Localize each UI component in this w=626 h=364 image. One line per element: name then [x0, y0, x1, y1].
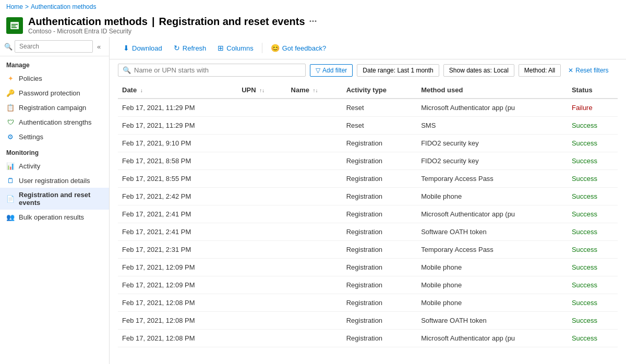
more-options-icon[interactable]: ··· — [309, 16, 317, 27]
table-row[interactable]: Feb 17, 2021, 12:09 PM Registration Mobi… — [118, 276, 618, 294]
manage-section-label: Manage — [0, 56, 109, 71]
sidebar-item-authentication-strengths[interactable]: 🛡 Authentication strengths — [0, 115, 109, 129]
table-row[interactable]: Feb 17, 2021, 12:08 PM Registration Mobi… — [118, 294, 618, 312]
cell-status: Success — [568, 188, 618, 205]
cell-date: Feb 17, 2021, 2:31 PM — [118, 241, 237, 259]
table-row[interactable]: Feb 17, 2021, 2:41 PM Registration Micro… — [118, 205, 618, 223]
sidebar-item-label: Registration and reset events — [19, 191, 103, 207]
breadcrumb-home[interactable]: Home — [6, 3, 23, 10]
collapse-icon[interactable]: « — [95, 41, 103, 53]
sidebar-item-label: Activity — [19, 162, 40, 170]
feedback-button[interactable]: 😊 Got feedback? — [266, 41, 332, 55]
col-date[interactable]: Date ↓ — [118, 81, 237, 99]
cell-name — [287, 188, 342, 205]
breadcrumb-separator: > — [25, 3, 29, 10]
cell-activity-type: Registration — [342, 170, 417, 188]
sidebar-item-label: Settings — [19, 133, 43, 141]
table-row[interactable]: Feb 17, 2021, 8:55 PM Registration Tempo… — [118, 170, 618, 188]
cell-name — [287, 117, 342, 135]
cell-name — [287, 152, 342, 170]
sidebar-item-settings[interactable]: ⚙ Settings — [0, 129, 109, 144]
sidebar-item-policies[interactable]: ✦ Policies — [0, 71, 109, 86]
show-dates-filter[interactable]: Show dates as: Local — [443, 64, 514, 77]
cell-status: Success — [568, 276, 618, 294]
cell-upn — [237, 241, 286, 259]
refresh-button[interactable]: ↻ Refresh — [168, 41, 212, 55]
cell-upn — [237, 152, 286, 170]
columns-button[interactable]: ⊞ Columns — [212, 41, 258, 55]
date-range-filter[interactable]: Date range: Last 1 month — [357, 64, 439, 77]
sidebar-item-user-registration-details[interactable]: 🗒 User registration details — [0, 173, 109, 188]
page-icon — [6, 17, 23, 34]
download-icon: ⬇ — [123, 44, 129, 52]
sidebar: 🔍 « Manage ✦ Policies 🔑 Password protect… — [0, 37, 110, 364]
policies-icon: ✦ — [6, 74, 15, 82]
cell-date: Feb 17, 2021, 11:29 PM — [118, 117, 237, 135]
reset-filters-button[interactable]: ✕ Reset filters — [565, 65, 611, 76]
table-container: Date ↓ UPN ↑↓ Name ↑↓ Activity type Meth… — [110, 81, 626, 364]
sidebar-item-label: Registration campaign — [19, 104, 86, 112]
cell-upn — [237, 276, 286, 294]
col-upn[interactable]: UPN ↑↓ — [237, 81, 286, 99]
header-text: Authentication methods | Registration an… — [28, 16, 317, 35]
bulk-operation-icon: 👥 — [6, 213, 15, 221]
sidebar-search-container: 🔍 « — [0, 37, 109, 56]
cell-activity-type: Registration — [342, 205, 417, 223]
cell-activity-type: Registration — [342, 312, 417, 330]
cell-activity-type: Registration — [342, 223, 417, 241]
cell-method-used: Mobile phone — [417, 188, 568, 205]
table-row[interactable]: Feb 17, 2021, 12:08 PM Registration Micr… — [118, 330, 618, 347]
add-filter-button[interactable]: ▽ Add filter — [310, 64, 353, 77]
header-subtitle: Contoso - Microsoft Entra ID Security — [28, 28, 317, 35]
svg-rect-1 — [11, 24, 18, 25]
cell-status: Failure — [568, 99, 618, 117]
method-filter[interactable]: Method: All — [519, 64, 561, 77]
search-icon: 🔍 — [4, 43, 13, 51]
toolbar-separator — [262, 43, 262, 53]
col-activity-type[interactable]: Activity type — [342, 81, 417, 99]
table-row[interactable]: Feb 17, 2021, 12:09 PM Registration Mobi… — [118, 259, 618, 276]
sidebar-item-bulk-operation-results[interactable]: 👥 Bulk operation results — [0, 210, 109, 224]
authentication-strengths-icon: 🛡 — [6, 118, 15, 126]
cell-method-used: Temporary Access Pass — [417, 170, 568, 188]
table-row[interactable]: Feb 17, 2021, 2:31 PM Registration Tempo… — [118, 241, 618, 259]
cell-upn — [237, 294, 286, 312]
table-row[interactable]: Feb 17, 2021, 11:29 PM Reset SMS Success — [118, 117, 618, 135]
sidebar-item-activity[interactable]: 📊 Activity — [0, 159, 109, 173]
sidebar-item-password-protection[interactable]: 🔑 Password protection — [0, 86, 109, 100]
header-title: Authentication methods | Registration an… — [28, 16, 317, 28]
cell-method-used: Mobile phone — [417, 276, 568, 294]
cell-method-used: Temporary Access Pass — [417, 241, 568, 259]
cell-name — [287, 312, 342, 330]
sidebar-item-label: Password protection — [19, 89, 80, 97]
breadcrumb: Home > Authentication methods — [0, 0, 626, 14]
cell-date: Feb 17, 2021, 11:29 PM — [118, 99, 237, 117]
cell-upn — [237, 99, 286, 117]
svg-rect-2 — [11, 26, 16, 27]
filters-bar: 🔍 ▽ Add filter Date range: Last 1 month … — [110, 59, 626, 81]
table-row[interactable]: Feb 17, 2021, 12:08 PM Registration Soft… — [118, 312, 618, 330]
table-row[interactable]: Feb 17, 2021, 2:42 PM Registration Mobil… — [118, 188, 618, 205]
monitoring-section-label: Monitoring — [0, 144, 109, 159]
table-row[interactable]: Feb 17, 2021, 8:58 PM Registration FIDO2… — [118, 152, 618, 170]
col-name[interactable]: Name ↑↓ — [287, 81, 342, 99]
search-input[interactable] — [15, 40, 93, 53]
table-row[interactable]: Feb 17, 2021, 9:10 PM Registration FIDO2… — [118, 135, 618, 152]
cell-name — [287, 223, 342, 241]
sidebar-item-registration-reset-events[interactable]: 📄 Registration and reset events — [0, 188, 109, 210]
table-row[interactable]: Feb 17, 2021, 2:41 PM Registration Softw… — [118, 223, 618, 241]
table-row[interactable]: Feb 17, 2021, 11:29 PM Reset Microsoft A… — [118, 99, 618, 117]
cell-status: Success — [568, 312, 618, 330]
col-status[interactable]: Status — [568, 81, 618, 99]
cell-method-used: Microsoft Authenticator app (pu — [417, 330, 568, 347]
download-button[interactable]: ⬇ Download — [118, 41, 167, 55]
cell-name — [287, 170, 342, 188]
cell-activity-type: Registration — [342, 188, 417, 205]
filter-search-input[interactable] — [134, 66, 301, 74]
cell-date: Feb 17, 2021, 12:08 PM — [118, 294, 237, 312]
col-method-used[interactable]: Method used — [417, 81, 568, 99]
cell-activity-type: Reset — [342, 117, 417, 135]
sidebar-item-registration-campaign[interactable]: 📋 Registration campaign — [0, 100, 109, 115]
cell-date: Feb 17, 2021, 2:42 PM — [118, 188, 237, 205]
cell-method-used: SMS — [417, 117, 568, 135]
